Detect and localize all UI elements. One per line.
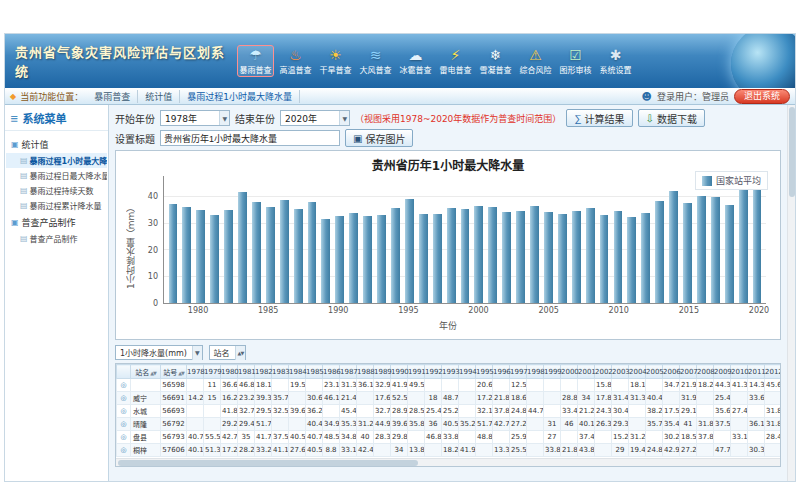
end-year-select[interactable]: 2020年 ▼ <box>280 110 350 126</box>
breadcrumb-item[interactable]: 统计值 <box>138 90 180 103</box>
year-column-header[interactable]: 1984 <box>289 365 306 379</box>
row-marker-icon[interactable]: ◎ <box>120 420 126 428</box>
year-column-header[interactable]: 2002 <box>595 365 612 379</box>
year-column-header[interactable]: 1992 <box>425 365 442 379</box>
chevron-down-icon: ▼ <box>192 346 202 360</box>
value-cell <box>459 405 476 418</box>
row-marker-icon[interactable]: ◎ <box>120 394 126 402</box>
chart-title-input[interactable] <box>160 130 340 146</box>
nav-item-rainstorm-survey[interactable]: ☂暴雨普查 <box>237 45 274 77</box>
value-cell: 35.7 <box>646 418 663 431</box>
nav-item-drought-survey[interactable]: ☀干旱普查 <box>317 45 354 77</box>
value-cell: 32.7 <box>238 405 255 418</box>
start-year-select[interactable]: 1978年 ▼ <box>160 110 230 126</box>
value-cell <box>493 379 510 392</box>
value-cell: 31.2 <box>357 418 374 431</box>
year-column-header[interactable]: 1993 <box>442 365 459 379</box>
value-cell <box>561 379 578 392</box>
tree-leaf[interactable]: ▤暴雨过程持续天数 <box>6 183 107 198</box>
value-cell: 21.2 <box>578 405 595 418</box>
save-image-button[interactable]: ▣ 保存图片 <box>345 129 413 147</box>
value-cell: 15.2 <box>612 431 629 444</box>
year-column-header[interactable]: 2006 <box>663 365 680 379</box>
year-column-header[interactable]: 1980 <box>221 365 238 379</box>
chart-bar <box>280 200 289 303</box>
vertical-scrollbar-thumb[interactable] <box>789 107 795 197</box>
value-cell <box>527 392 544 405</box>
horizontal-scrollbar[interactable] <box>116 458 780 466</box>
row-marker-icon[interactable]: ◎ <box>120 407 126 415</box>
year-column-header[interactable]: 2001 <box>578 365 595 379</box>
year-column-header[interactable]: 1987 <box>340 365 357 379</box>
download-button[interactable]: ⇩ 数据下载 <box>638 109 705 127</box>
year-column-header[interactable]: 1997 <box>510 365 527 379</box>
year-column-header[interactable]: 1990 <box>391 365 408 379</box>
value-cell: 37.5 <box>272 431 289 444</box>
year-column-header[interactable]: 1978 <box>187 365 204 379</box>
station-name-cell: 威宁 <box>131 392 161 405</box>
year-column-header[interactable]: 1981 <box>238 365 255 379</box>
year-column-header[interactable]: 1994 <box>459 365 476 379</box>
year-column-header[interactable]: 2011 <box>748 365 765 379</box>
value-cell <box>527 379 544 392</box>
tree-leaf[interactable]: ▤普查产品制作 <box>6 231 107 246</box>
folder-icon: ▣ <box>11 140 19 149</box>
year-column-header[interactable]: 1985 <box>306 365 323 379</box>
sidebar-tree: ▣统计值▤暴雨过程1小时最大降水量▤暴雨过程日最大降水量▤暴雨过程持续天数▤暴雨… <box>5 131 108 250</box>
breadcrumb-item[interactable]: 暴雨过程1小时最大降水量 <box>180 90 300 103</box>
chart-bar <box>182 207 191 303</box>
nav-item-hail-survey[interactable]: ☁冰雹普查 <box>397 45 434 77</box>
nav-item-lightning-survey[interactable]: ⚡雷电普查 <box>437 45 474 77</box>
breadcrumb-item[interactable]: 暴雨普查 <box>87 90 138 103</box>
tree-leaf[interactable]: ▤暴雨过程累计降水量 <box>6 198 107 213</box>
tree-leaf[interactable]: ▤暴雨过程日最大降水量 <box>6 168 107 183</box>
year-column-header[interactable]: 2008 <box>697 365 714 379</box>
year-column-header[interactable]: 1998 <box>527 365 544 379</box>
year-column-header[interactable]: 2010 <box>731 365 748 379</box>
year-column-header[interactable]: 1996 <box>493 365 510 379</box>
year-column-header[interactable]: 2012 <box>765 365 782 379</box>
row-marker-icon[interactable]: ◎ <box>120 446 126 454</box>
nav-item-graphic-review[interactable]: ☑图形审核 <box>557 45 594 77</box>
nav-item-gale-survey[interactable]: ≋大风普查 <box>357 45 394 77</box>
nav-item-system-settings[interactable]: ✱系统设置 <box>597 45 634 77</box>
horizontal-scrollbar-thumb[interactable] <box>118 460 418 466</box>
tree-node[interactable]: ▣普查产品制作 <box>6 213 107 231</box>
year-column-header[interactable]: 1982 <box>255 365 272 379</box>
tree-node[interactable]: ▣统计值 <box>6 135 107 153</box>
station-name-header[interactable]: 站名▲▼ <box>131 365 161 379</box>
year-column-header[interactable]: 1986 <box>323 365 340 379</box>
nav-item-comprehensive-risk[interactable]: ⚠综合风险 <box>517 45 554 77</box>
value-cell: 24.8 <box>510 405 527 418</box>
year-column-header[interactable]: 2003 <box>612 365 629 379</box>
year-column-header[interactable]: 1995 <box>476 365 493 379</box>
year-column-header[interactable]: 1988 <box>357 365 374 379</box>
calculate-button[interactable]: ∑ 计算结果 <box>566 109 632 127</box>
year-column-header[interactable]: 2000 <box>561 365 578 379</box>
year-column-header[interactable]: 1979 <box>204 365 221 379</box>
row-marker-icon[interactable]: ◎ <box>120 381 126 389</box>
year-column-header[interactable]: 1999 <box>544 365 561 379</box>
vertical-scrollbar[interactable] <box>787 105 795 481</box>
logout-button[interactable]: 退出系统 <box>734 89 790 104</box>
tree-leaf[interactable]: ▤暴雨过程1小时最大降水量 <box>6 153 107 168</box>
year-column-header[interactable]: 2009 <box>714 365 731 379</box>
value-cell: 15 <box>204 392 221 405</box>
year-column-header[interactable]: 1991 <box>408 365 425 379</box>
nav-item-snow-freeze-survey[interactable]: ❄雪凝普查 <box>477 45 514 77</box>
chart-bar <box>461 209 470 303</box>
row-marker-icon[interactable]: ◎ <box>120 433 126 441</box>
table-row: ◎威宁5669114.21516.223.239.335.730.646.121… <box>117 392 782 405</box>
nav-item-high-temp-survey[interactable]: ♨高温普查 <box>277 45 314 77</box>
value-type-select[interactable]: 1小时降水量(mm) ▼ <box>115 345 203 360</box>
year-column-header[interactable]: 2007 <box>680 365 697 379</box>
menu-icon: ≡ <box>10 113 18 124</box>
value-cell: 41 <box>680 418 697 431</box>
year-column-header[interactable]: 1989 <box>374 365 391 379</box>
station-sort-select[interactable]: 站名 ▲▼ <box>209 345 247 360</box>
year-column-header[interactable]: 2005 <box>646 365 663 379</box>
station-id-header[interactable]: 站号▲▼ <box>161 365 187 379</box>
year-column-header[interactable]: 1983 <box>272 365 289 379</box>
value-cell: 48.7 <box>442 392 459 405</box>
year-column-header[interactable]: 2004 <box>629 365 646 379</box>
